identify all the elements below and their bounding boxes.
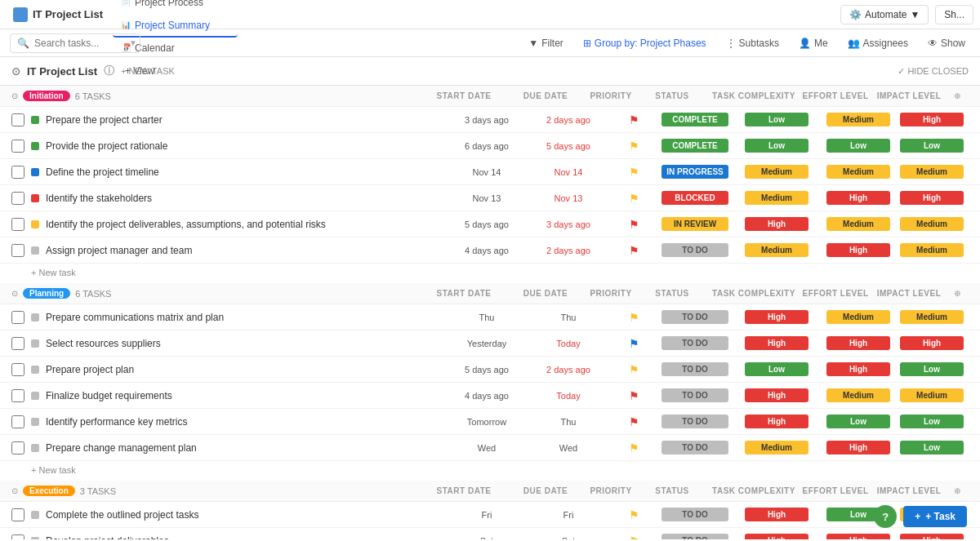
add-task-button[interactable]: + + Task: [903, 506, 967, 527]
task-complexity[interactable]: High: [732, 336, 822, 350]
subtasks-button[interactable]: ⋮ Subtasks: [721, 36, 784, 51]
task-effort[interactable]: Medium: [822, 165, 895, 179]
task-impact[interactable]: Low: [895, 415, 969, 428]
nav-tab-project-process[interactable]: 📄Project Process: [113, 0, 238, 15]
task-effort[interactable]: Low: [822, 415, 895, 428]
task-name[interactable]: Finalize budget requirements: [46, 390, 446, 401]
task-checkbox[interactable]: [11, 311, 24, 324]
task-effort[interactable]: Medium: [822, 217, 895, 231]
task-checkbox[interactable]: [11, 534, 24, 540]
task-complexity[interactable]: Low: [732, 139, 822, 153]
task-impact[interactable]: Low: [895, 362, 969, 376]
hide-closed-button[interactable]: ✓ HIDE CLOSED: [898, 66, 969, 77]
task-status[interactable]: COMPLETE: [658, 139, 732, 153]
task-name[interactable]: Identify performance key metrics: [46, 416, 446, 428]
task-complexity[interactable]: High: [732, 217, 822, 231]
section-toggle-planning[interactable]: ⊙: [11, 289, 18, 298]
task-complexity[interactable]: Medium: [732, 243, 822, 257]
task-checkbox[interactable]: [11, 166, 24, 179]
task-complexity[interactable]: Low: [732, 362, 822, 376]
task-status[interactable]: TO DO: [658, 243, 732, 257]
task-status[interactable]: IN PROGRESS: [658, 165, 732, 179]
task-checkbox[interactable]: [11, 244, 24, 257]
search-input[interactable]: [34, 38, 124, 49]
task-status[interactable]: TO DO: [658, 441, 732, 455]
task-status[interactable]: TO DO: [658, 362, 732, 376]
task-status[interactable]: TO DO: [658, 388, 732, 402]
task-impact[interactable]: High: [895, 534, 969, 539]
task-impact[interactable]: Low: [895, 441, 969, 455]
section-toggle-execution[interactable]: ⊙: [11, 486, 18, 495]
section-add-icon[interactable]: ⊕: [946, 91, 969, 100]
task-complexity[interactable]: Medium: [732, 165, 822, 179]
task-complexity[interactable]: High: [732, 388, 822, 402]
task-complexity[interactable]: High: [732, 310, 822, 324]
task-name[interactable]: Prepare change management plan: [46, 442, 446, 454]
task-name[interactable]: Prepare project plan: [46, 364, 446, 375]
task-complexity[interactable]: High: [732, 415, 822, 428]
section-add-icon[interactable]: ⊕: [946, 486, 969, 495]
task-impact[interactable]: Medium: [895, 310, 969, 324]
task-effort[interactable]: High: [822, 336, 895, 350]
task-effort[interactable]: Medium: [822, 388, 895, 402]
task-checkbox[interactable]: [11, 363, 24, 376]
task-impact[interactable]: Medium: [895, 388, 969, 402]
task-checkbox[interactable]: [11, 508, 24, 521]
show-button[interactable]: 👁 Show: [923, 36, 970, 51]
section-add-icon[interactable]: ⊕: [946, 289, 969, 298]
task-checkbox[interactable]: [11, 113, 24, 126]
task-effort[interactable]: High: [822, 441, 895, 455]
task-name[interactable]: Select resources suppliers: [46, 338, 446, 349]
section-toggle-initiation[interactable]: ⊙: [11, 91, 18, 100]
search-box[interactable]: 🔍 ▼: [10, 33, 140, 53]
task-impact[interactable]: Medium: [895, 243, 969, 257]
task-name[interactable]: Assign project manager and team: [46, 245, 446, 256]
task-name[interactable]: Prepare communications matrix and plan: [46, 312, 446, 323]
task-checkbox[interactable]: [11, 389, 24, 402]
task-complexity[interactable]: Medium: [732, 441, 822, 455]
task-checkbox[interactable]: [11, 192, 24, 205]
task-checkbox[interactable]: [11, 415, 24, 428]
task-checkbox[interactable]: [11, 441, 24, 455]
filter-button[interactable]: ▼ Filter: [523, 36, 568, 51]
task-impact[interactable]: High: [895, 191, 969, 205]
task-effort[interactable]: Low: [822, 139, 895, 153]
task-name[interactable]: Prepare the project charter: [46, 114, 446, 126]
task-checkbox[interactable]: [11, 140, 24, 153]
new-task-button[interactable]: + NEW TASK: [121, 66, 175, 76]
task-effort[interactable]: Medium: [822, 113, 895, 126]
task-status[interactable]: TO DO: [658, 415, 732, 428]
task-checkbox[interactable]: [11, 337, 24, 350]
task-impact[interactable]: Low: [895, 139, 969, 153]
task-effort[interactable]: High: [822, 243, 895, 257]
task-status[interactable]: TO DO: [658, 534, 732, 539]
task-complexity[interactable]: High: [732, 508, 822, 521]
task-effort[interactable]: Medium: [822, 310, 895, 324]
group-button[interactable]: ⊞ Group by: Project Phases: [578, 36, 711, 51]
task-impact[interactable]: Medium: [895, 165, 969, 179]
task-complexity[interactable]: Low: [732, 113, 822, 126]
new-task-button[interactable]: + New task: [31, 268, 76, 277]
task-effort[interactable]: High: [822, 362, 895, 376]
task-status[interactable]: COMPLETE: [658, 113, 732, 126]
collapse-icon[interactable]: ⊙: [11, 65, 20, 78]
task-name[interactable]: Identify the stakeholders: [46, 193, 446, 204]
help-button[interactable]: ?: [874, 505, 897, 528]
task-name[interactable]: Define the project timeline: [46, 166, 446, 178]
task-checkbox[interactable]: [11, 218, 24, 231]
task-name[interactable]: Develop project deliverables: [46, 535, 446, 540]
new-task-button[interactable]: + New task: [31, 465, 76, 475]
task-impact[interactable]: High: [895, 336, 969, 350]
task-status[interactable]: BLOCKED: [658, 191, 732, 205]
task-status[interactable]: TO DO: [658, 336, 732, 350]
task-complexity[interactable]: Medium: [732, 191, 822, 205]
task-name[interactable]: Identify the project deliverables, assum…: [46, 219, 446, 230]
automate-button[interactable]: ⚙️ Automate ▼: [840, 5, 929, 24]
task-status[interactable]: IN REVIEW: [658, 217, 732, 231]
task-impact[interactable]: High: [895, 113, 969, 126]
me-button[interactable]: 👤 Me: [794, 36, 833, 51]
task-name[interactable]: Complete the outlined project tasks: [46, 509, 446, 521]
task-status[interactable]: TO DO: [658, 310, 732, 324]
task-name[interactable]: Provide the project rationale: [46, 140, 446, 152]
share-button[interactable]: Sh...: [935, 5, 973, 24]
